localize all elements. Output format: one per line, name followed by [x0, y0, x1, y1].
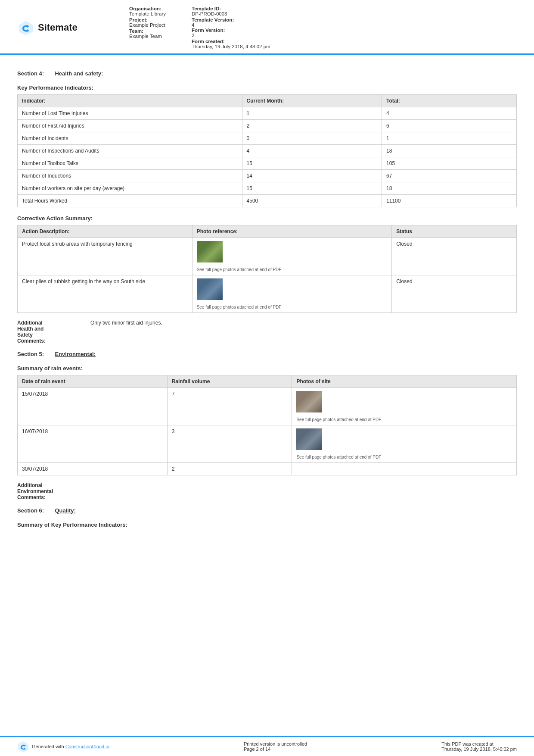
additional-health-comments: AdditionalHealth andSafetyComments: Only…	[17, 320, 517, 344]
ca-status: Closed	[392, 275, 517, 313]
ca-action-desc: Protect local shrub areas with temporary…	[18, 238, 192, 275]
rain-col-photos: Photos of site	[292, 375, 517, 388]
footer-logo-area: Generated with ConstructionCloud.io	[17, 740, 109, 753]
rain-events-heading: Summary of rain events:	[17, 365, 517, 372]
kpi-current-month: 14	[242, 170, 382, 182]
corrective-action-table: Action Description: Photo reference: Sta…	[17, 225, 517, 313]
photo-thumbnail	[197, 278, 223, 300]
svg-marker-1	[18, 741, 28, 752]
ca-photo-ref: See full page photos attached at end of …	[192, 238, 392, 275]
corrective-action-heading: Corrective Action Summary:	[17, 215, 517, 222]
rain-date: 16/07/2018	[18, 425, 168, 463]
kpi-indicator: Number of Toolbox Talks	[18, 157, 242, 170]
kpi-table: Indicator: Current Month: Total: Number …	[17, 94, 517, 207]
footer-sitemate-icon	[17, 740, 29, 753]
footer-generated-text: Generated with ConstructionCloud.io	[32, 744, 109, 749]
kpi-indicator: Total Hours Worked	[18, 195, 242, 207]
kpi-current-month: 15	[242, 182, 382, 195]
main-content: Section 4: Health and safety: Key Perfor…	[0, 55, 534, 557]
footer-pdf-created: This PDF was created at Thursday, 19 Jul…	[441, 741, 517, 752]
kpi-current-month: 15	[242, 157, 382, 170]
section5-title: Environmental:	[55, 351, 96, 357]
ca-col-status: Status	[392, 225, 517, 238]
template-id-line: Template ID: DP-PROD-0003	[192, 6, 270, 16]
kpi-total: 6	[382, 120, 517, 132]
team-line: Team: Example Team	[129, 28, 166, 39]
footer-link[interactable]: ConstructionCloud.io	[65, 744, 109, 749]
rain-photo-caption: See full page photos attached at end of …	[296, 455, 512, 459]
kpi-total: 18	[382, 145, 517, 157]
rain-events-table: Date of rain event Rainfall volume Photo…	[17, 375, 517, 475]
photo-caption: See full page photos attached at end of …	[197, 305, 388, 309]
rain-date: 30/07/2018	[18, 463, 168, 475]
section4-title: Health and safety:	[55, 70, 103, 77]
kpi-row: Number of Inspections and Audits 4 18	[18, 145, 517, 157]
kpi-total: 67	[382, 170, 517, 182]
kpi-heading: Key Performance Indicators:	[17, 84, 517, 91]
rain-photos: See full page photos attached at end of …	[292, 388, 517, 425]
kpi-indicator: Number of Incidents	[18, 132, 242, 145]
kpi-row: Number of Toolbox Talks 15 105	[18, 157, 517, 170]
kpi-current-month: 0	[242, 132, 382, 145]
kpi-col-current-month: Current Month:	[242, 95, 382, 107]
ca-col-photo: Photo reference:	[192, 225, 392, 238]
ca-status: Closed	[392, 238, 517, 275]
kpi-col-indicator: Indicator:	[18, 95, 242, 107]
project-line: Project: Example Project	[129, 17, 166, 28]
rain-photo-thumbnail	[296, 391, 322, 412]
kpi-col-total: Total:	[382, 95, 517, 107]
sitemate-logo-icon	[17, 19, 34, 36]
section4-heading: Section 4: Health and safety:	[17, 70, 517, 77]
section5-heading: Section 5: Environmental:	[17, 351, 517, 357]
additional-health-value: Only two minor first aid injuries.	[90, 320, 162, 344]
section6-heading: Section 6: Quality:	[17, 507, 517, 514]
section6-title: Quality:	[55, 507, 75, 514]
rain-col-date: Date of rain event	[18, 375, 168, 388]
header-col-right: Template ID: DP-PROD-0003 Template Versi…	[192, 6, 270, 49]
kpi-header-row: Indicator: Current Month: Total:	[18, 95, 517, 107]
header-col-left: Organisation: Template Library Project: …	[129, 6, 166, 49]
rain-date: 15/07/2018	[18, 388, 168, 425]
rain-col-rainfall: Rainfall volume	[167, 375, 292, 388]
kpi-total: 1	[382, 132, 517, 145]
ca-col-action: Action Description:	[18, 225, 192, 238]
section6-sub-heading: Summary of Key Performance Indicators:	[17, 522, 517, 528]
rain-row: 16/07/2018 3 See full page photos attach…	[18, 425, 517, 463]
template-version-line: Template Version: 4 Form Version: 2	[192, 17, 270, 38]
svg-marker-0	[19, 21, 33, 35]
ca-action-desc: Clear piles of rubbish getting in the wa…	[18, 275, 192, 313]
rain-photo-caption: See full page photos attached at end of …	[296, 417, 512, 422]
kpi-total: 18	[382, 182, 517, 195]
rain-row: 30/07/2018 2	[18, 463, 517, 475]
header-meta: Organisation: Template Library Project: …	[103, 6, 517, 49]
kpi-current-month: 2	[242, 120, 382, 132]
additional-health-label: AdditionalHealth andSafetyComments:	[17, 320, 73, 344]
kpi-total: 105	[382, 157, 517, 170]
kpi-row: Number of Inductions 14 67	[18, 170, 517, 182]
rain-header-row: Date of rain event Rainfall volume Photo…	[18, 375, 517, 388]
ca-row: Clear piles of rubbish getting in the wa…	[18, 275, 517, 313]
kpi-indicator: Number of Inductions	[18, 170, 242, 182]
ca-row: Protect local shrub areas with temporary…	[18, 238, 517, 275]
footer-print-notice: Printed version is uncontrolled Page 2 o…	[244, 741, 307, 752]
kpi-current-month: 4500	[242, 195, 382, 207]
kpi-indicator: Number of Lost Time Injuries	[18, 107, 242, 120]
kpi-indicator: Number of workers on site per day (avera…	[18, 182, 242, 195]
kpi-row: Number of Lost Time Injuries 1 4	[18, 107, 517, 120]
logo-area: Sitemate	[17, 19, 103, 36]
ca-photo-ref: See full page photos attached at end of …	[192, 275, 392, 313]
page-header: Sitemate Organisation: Template Library …	[0, 0, 534, 55]
photo-thumbnail	[197, 241, 223, 262]
rain-volume: 2	[167, 463, 292, 475]
kpi-row: Number of Incidents 0 1	[18, 132, 517, 145]
kpi-total: 4	[382, 107, 517, 120]
rain-row: 15/07/2018 7 See full page photos attach…	[18, 388, 517, 425]
rain-volume: 3	[167, 425, 292, 463]
ca-header-row: Action Description: Photo reference: Sta…	[18, 225, 517, 238]
kpi-indicator: Number of First Aid Injuries	[18, 120, 242, 132]
additional-env-comments: AdditionalEnvironmentalComments:	[17, 482, 517, 500]
photo-caption: See full page photos attached at end of …	[197, 267, 388, 272]
rain-photo-thumbnail	[296, 428, 322, 450]
org-line: Organisation: Template Library	[129, 6, 166, 16]
additional-env-label: AdditionalEnvironmentalComments:	[17, 482, 73, 500]
